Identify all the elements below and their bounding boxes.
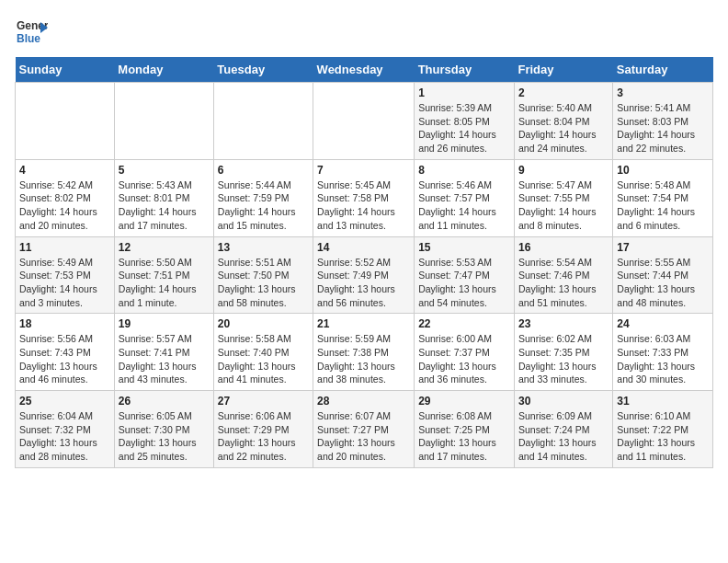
day-number: 8	[418, 164, 510, 177]
day-cell: 23Sunrise: 6:02 AM Sunset: 7:35 PM Dayli…	[514, 314, 612, 391]
day-number: 26	[119, 395, 210, 408]
day-cell: 4Sunrise: 5:42 AM Sunset: 8:02 PM Daylig…	[16, 159, 115, 236]
day-info: Sunrise: 5:47 AM Sunset: 7:55 PM Dayligh…	[518, 178, 609, 233]
day-number: 16	[518, 241, 609, 254]
day-number: 1	[418, 86, 510, 99]
day-cell: 8Sunrise: 5:46 AM Sunset: 7:57 PM Daylig…	[415, 159, 515, 236]
day-info: Sunrise: 5:48 AM Sunset: 7:54 PM Dayligh…	[617, 178, 709, 233]
week-row-1: 1Sunrise: 5:39 AM Sunset: 8:05 PM Daylig…	[16, 83, 713, 160]
day-info: Sunrise: 5:41 AM Sunset: 8:03 PM Dayligh…	[617, 101, 709, 155]
day-cell: 7Sunrise: 5:45 AM Sunset: 7:58 PM Daylig…	[313, 159, 415, 236]
day-info: Sunrise: 5:42 AM Sunset: 8:02 PM Dayligh…	[19, 178, 110, 233]
day-info: Sunrise: 5:59 AM Sunset: 7:38 PM Dayligh…	[317, 332, 410, 386]
day-cell: 17Sunrise: 5:55 AM Sunset: 7:44 PM Dayli…	[613, 236, 713, 314]
logo: General Blue	[15, 15, 48, 48]
day-info: Sunrise: 5:44 AM Sunset: 7:59 PM Dayligh…	[218, 178, 309, 233]
day-cell: 24Sunrise: 6:03 AM Sunset: 7:33 PM Dayli…	[613, 314, 713, 391]
day-cell: 6Sunrise: 5:44 AM Sunset: 7:59 PM Daylig…	[213, 159, 313, 236]
day-number: 29	[418, 395, 510, 408]
day-info: Sunrise: 5:58 AM Sunset: 7:40 PM Dayligh…	[218, 332, 309, 386]
day-number: 23	[518, 317, 609, 330]
day-number: 7	[317, 164, 410, 177]
day-info: Sunrise: 6:05 AM Sunset: 7:30 PM Dayligh…	[119, 409, 210, 464]
day-info: Sunrise: 6:06 AM Sunset: 7:29 PM Dayligh…	[218, 409, 309, 464]
day-number: 10	[617, 164, 709, 177]
day-number: 12	[119, 241, 210, 254]
day-number: 18	[19, 317, 110, 330]
day-number: 9	[518, 164, 609, 177]
day-number: 24	[617, 317, 709, 330]
day-number: 5	[119, 164, 210, 177]
day-cell: 20Sunrise: 5:58 AM Sunset: 7:40 PM Dayli…	[213, 314, 313, 391]
week-row-3: 11Sunrise: 5:49 AM Sunset: 7:53 PM Dayli…	[16, 236, 713, 314]
day-number: 27	[218, 395, 309, 408]
svg-text:Blue: Blue	[17, 32, 40, 45]
day-cell: 29Sunrise: 6:08 AM Sunset: 7:25 PM Dayli…	[415, 391, 515, 468]
day-info: Sunrise: 5:50 AM Sunset: 7:51 PM Dayligh…	[119, 256, 210, 310]
day-number: 30	[518, 395, 609, 408]
header-friday: Friday	[514, 57, 612, 83]
day-info: Sunrise: 6:04 AM Sunset: 7:32 PM Dayligh…	[19, 409, 110, 464]
day-info: Sunrise: 5:56 AM Sunset: 7:43 PM Dayligh…	[19, 332, 110, 386]
day-info: Sunrise: 5:39 AM Sunset: 8:05 PM Dayligh…	[418, 101, 510, 155]
day-cell: 21Sunrise: 5:59 AM Sunset: 7:38 PM Dayli…	[313, 314, 415, 391]
day-info: Sunrise: 5:45 AM Sunset: 7:58 PM Dayligh…	[317, 178, 410, 233]
day-number: 3	[617, 86, 709, 99]
day-cell: 25Sunrise: 6:04 AM Sunset: 7:32 PM Dayli…	[16, 391, 115, 468]
day-info: Sunrise: 5:53 AM Sunset: 7:47 PM Dayligh…	[418, 256, 510, 310]
day-cell	[213, 83, 313, 160]
day-number: 17	[617, 241, 709, 254]
week-row-4: 18Sunrise: 5:56 AM Sunset: 7:43 PM Dayli…	[16, 314, 713, 391]
header-tuesday: Tuesday	[213, 57, 313, 83]
day-info: Sunrise: 5:57 AM Sunset: 7:41 PM Dayligh…	[119, 332, 210, 386]
day-info: Sunrise: 6:02 AM Sunset: 7:35 PM Dayligh…	[518, 332, 609, 386]
week-row-5: 25Sunrise: 6:04 AM Sunset: 7:32 PM Dayli…	[16, 391, 713, 468]
header-sunday: Sunday	[16, 57, 115, 83]
day-cell: 2Sunrise: 5:40 AM Sunset: 8:04 PM Daylig…	[514, 83, 612, 160]
day-info: Sunrise: 5:43 AM Sunset: 8:01 PM Dayligh…	[119, 178, 210, 233]
weekday-header-row: Sunday Monday Tuesday Wednesday Thursday…	[16, 57, 713, 83]
day-number: 2	[518, 86, 609, 99]
day-number: 4	[19, 164, 110, 177]
day-cell: 9Sunrise: 5:47 AM Sunset: 7:55 PM Daylig…	[514, 159, 612, 236]
day-cell: 1Sunrise: 5:39 AM Sunset: 8:05 PM Daylig…	[415, 83, 515, 160]
day-info: Sunrise: 5:46 AM Sunset: 7:57 PM Dayligh…	[418, 178, 510, 233]
day-info: Sunrise: 5:54 AM Sunset: 7:46 PM Dayligh…	[518, 256, 609, 310]
day-info: Sunrise: 5:51 AM Sunset: 7:50 PM Dayligh…	[218, 256, 309, 310]
day-cell: 13Sunrise: 5:51 AM Sunset: 7:50 PM Dayli…	[213, 236, 313, 314]
day-cell: 15Sunrise: 5:53 AM Sunset: 7:47 PM Dayli…	[415, 236, 515, 314]
day-number: 21	[317, 317, 410, 330]
day-cell: 30Sunrise: 6:09 AM Sunset: 7:24 PM Dayli…	[514, 391, 612, 468]
day-cell: 19Sunrise: 5:57 AM Sunset: 7:41 PM Dayli…	[114, 314, 213, 391]
day-number: 19	[119, 317, 210, 330]
day-info: Sunrise: 5:49 AM Sunset: 7:53 PM Dayligh…	[19, 256, 110, 310]
day-cell	[16, 83, 115, 160]
day-info: Sunrise: 6:09 AM Sunset: 7:24 PM Dayligh…	[518, 409, 609, 464]
day-number: 20	[218, 317, 309, 330]
calendar-table: Sunday Monday Tuesday Wednesday Thursday…	[15, 57, 713, 468]
day-number: 15	[418, 241, 510, 254]
day-number: 14	[317, 241, 410, 254]
day-cell: 28Sunrise: 6:07 AM Sunset: 7:27 PM Dayli…	[313, 391, 415, 468]
day-info: Sunrise: 5:52 AM Sunset: 7:49 PM Dayligh…	[317, 256, 410, 310]
day-info: Sunrise: 5:55 AM Sunset: 7:44 PM Dayligh…	[617, 256, 709, 310]
day-cell: 5Sunrise: 5:43 AM Sunset: 8:01 PM Daylig…	[114, 159, 213, 236]
page-header: General Blue	[15, 15, 713, 48]
day-info: Sunrise: 6:07 AM Sunset: 7:27 PM Dayligh…	[317, 409, 410, 464]
day-cell: 3Sunrise: 5:41 AM Sunset: 8:03 PM Daylig…	[613, 83, 713, 160]
day-info: Sunrise: 6:00 AM Sunset: 7:37 PM Dayligh…	[418, 332, 510, 386]
day-info: Sunrise: 6:03 AM Sunset: 7:33 PM Dayligh…	[617, 332, 709, 386]
day-number: 28	[317, 395, 410, 408]
day-cell	[313, 83, 415, 160]
day-cell: 10Sunrise: 5:48 AM Sunset: 7:54 PM Dayli…	[613, 159, 713, 236]
day-info: Sunrise: 6:08 AM Sunset: 7:25 PM Dayligh…	[418, 409, 510, 464]
day-number: 31	[617, 395, 709, 408]
day-number: 22	[418, 317, 510, 330]
day-cell: 22Sunrise: 6:00 AM Sunset: 7:37 PM Dayli…	[415, 314, 515, 391]
day-cell: 12Sunrise: 5:50 AM Sunset: 7:51 PM Dayli…	[114, 236, 213, 314]
day-cell: 18Sunrise: 5:56 AM Sunset: 7:43 PM Dayli…	[16, 314, 115, 391]
day-cell	[114, 83, 213, 160]
day-number: 25	[19, 395, 110, 408]
day-cell: 16Sunrise: 5:54 AM Sunset: 7:46 PM Dayli…	[514, 236, 612, 314]
day-cell: 27Sunrise: 6:06 AM Sunset: 7:29 PM Dayli…	[213, 391, 313, 468]
